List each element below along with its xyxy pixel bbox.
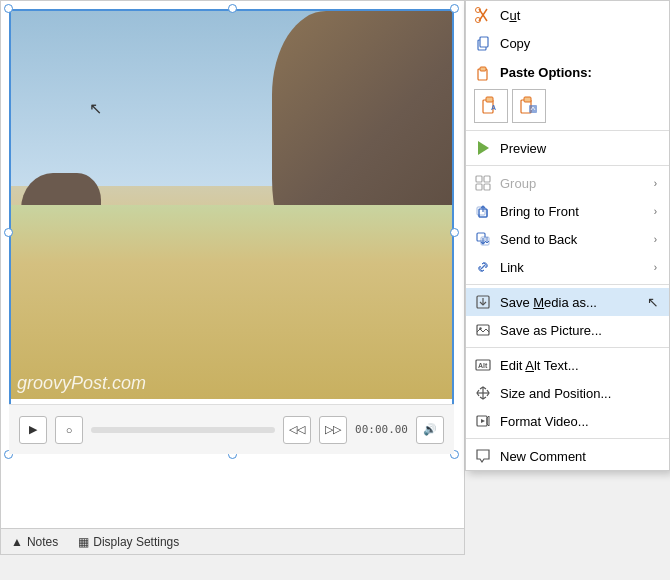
menu-item-preview[interactable]: Preview <box>466 134 669 162</box>
svg-rect-11 <box>529 105 537 113</box>
context-cursor: ↖ <box>647 294 659 310</box>
paste-options-row: A <box>466 85 669 127</box>
format-video-label: Format Video... <box>500 414 657 429</box>
save-media-label: Save Media as... <box>500 295 657 310</box>
slide-area: ↻ ↖ groovyPost.com ▶ ○ ◁◁ ▷▷ 00:00.00 🔊 … <box>0 0 465 555</box>
watermark-text: groovyPost.com <box>17 373 146 394</box>
send-back-arrow: › <box>654 234 657 245</box>
menu-item-link[interactable]: Link › <box>466 253 669 281</box>
menu-item-cut[interactable]: Cut <box>466 1 669 29</box>
send-back-icon <box>474 230 492 248</box>
new-comment-label: New Comment <box>500 449 657 464</box>
rewind-button[interactable]: ◁◁ <box>283 416 311 444</box>
play-icon <box>474 139 492 157</box>
save-picture-label: Save as Picture... <box>500 323 657 338</box>
menu-item-group[interactable]: Group › <box>466 169 669 197</box>
handle-middle-left[interactable] <box>4 228 13 237</box>
display-label: Display Settings <box>93 535 179 549</box>
menu-item-new-comment[interactable]: New Comment <box>466 442 669 470</box>
paste-icon <box>474 64 492 82</box>
comment-icon <box>474 447 492 465</box>
svg-rect-7 <box>486 97 493 102</box>
edit-alt-label: Edit Alt Text... <box>500 358 657 373</box>
scissors-icon <box>474 6 492 24</box>
handle-top-right[interactable] <box>450 4 459 13</box>
menu-item-copy[interactable]: Copy <box>466 29 669 57</box>
svg-marker-28 <box>481 419 485 423</box>
bring-front-icon <box>474 202 492 220</box>
context-menu: Cut Copy Paste Options: A <box>465 0 670 471</box>
divider-3 <box>466 284 669 285</box>
group-label: Group <box>500 176 646 191</box>
menu-item-edit-alt[interactable]: Alt Edit Alt Text... <box>466 351 669 379</box>
video-container[interactable]: ↻ ↖ groovyPost.com ▶ ○ ◁◁ ▷▷ 00:00.00 🔊 <box>9 9 454 454</box>
handle-middle-right[interactable] <box>450 228 459 237</box>
menu-item-save-picture[interactable]: Save as Picture... <box>466 316 669 344</box>
notes-label: Notes <box>27 535 58 549</box>
paste-options-label: Paste Options: <box>500 65 657 80</box>
divider-2 <box>466 165 669 166</box>
time-display: 00:00.00 <box>355 423 408 436</box>
bring-to-front-label: Bring to Front <box>500 204 646 219</box>
notes-button[interactable]: ▲ Notes <box>11 535 58 549</box>
link-label: Link <box>500 260 646 275</box>
svg-text:Alt: Alt <box>478 362 488 369</box>
menu-paste-options-header: Paste Options: <box>466 57 669 85</box>
divider-5 <box>466 438 669 439</box>
group-icon <box>474 174 492 192</box>
menu-item-size-position[interactable]: Size and Position... <box>466 379 669 407</box>
send-to-back-label: Send to Back <box>500 232 646 247</box>
preview-label: Preview <box>500 141 657 156</box>
menu-item-format-video[interactable]: Format Video... <box>466 407 669 435</box>
display-icon: ▦ <box>78 535 89 549</box>
svg-rect-15 <box>484 184 490 190</box>
alt-text-icon: Alt <box>474 356 492 374</box>
svg-rect-12 <box>476 176 482 182</box>
menu-item-send-to-back[interactable]: Send to Back › <box>466 225 669 253</box>
handle-top-left[interactable] <box>4 4 13 13</box>
format-video-icon <box>474 412 492 430</box>
handle-top-center[interactable] <box>228 4 237 13</box>
svg-rect-5 <box>480 67 486 71</box>
cut-label: Cut <box>500 8 657 23</box>
save-media-icon <box>474 293 492 311</box>
svg-rect-10 <box>524 97 531 102</box>
group-arrow: › <box>654 178 657 189</box>
paste-btn-2[interactable] <box>512 89 546 123</box>
link-icon <box>474 258 492 276</box>
video-controls: ▶ ○ ◁◁ ▷▷ 00:00.00 🔊 <box>9 404 454 454</box>
copy-label: Copy <box>500 36 657 51</box>
slide-cursor: ↖ <box>89 99 102 118</box>
circle-button[interactable]: ○ <box>55 416 83 444</box>
svg-marker-27 <box>487 416 489 426</box>
svg-rect-17 <box>477 207 485 215</box>
link-arrow: › <box>654 262 657 273</box>
save-picture-icon <box>474 321 492 339</box>
display-settings-button[interactable]: ▦ Display Settings <box>78 535 179 549</box>
svg-rect-3 <box>480 37 488 47</box>
notes-icon: ▲ <box>11 535 23 549</box>
status-bar: ▲ Notes ▦ Display Settings <box>1 528 465 554</box>
menu-item-bring-to-front[interactable]: Bring to Front › <box>466 197 669 225</box>
bring-front-arrow: › <box>654 206 657 217</box>
progress-bar[interactable] <box>91 427 275 433</box>
forward-button[interactable]: ▷▷ <box>319 416 347 444</box>
divider-1 <box>466 130 669 131</box>
menu-item-save-media[interactable]: Save Media as... ↖ <box>466 288 669 316</box>
divider-4 <box>466 347 669 348</box>
paste-btn-1[interactable]: A <box>474 89 508 123</box>
size-position-icon <box>474 384 492 402</box>
play-button[interactable]: ▶ <box>19 416 47 444</box>
svg-rect-13 <box>484 176 490 182</box>
size-position-label: Size and Position... <box>500 386 657 401</box>
volume-button[interactable]: 🔊 <box>416 416 444 444</box>
svg-rect-14 <box>476 184 482 190</box>
copy-icon <box>474 34 492 52</box>
svg-text:A: A <box>491 104 496 111</box>
